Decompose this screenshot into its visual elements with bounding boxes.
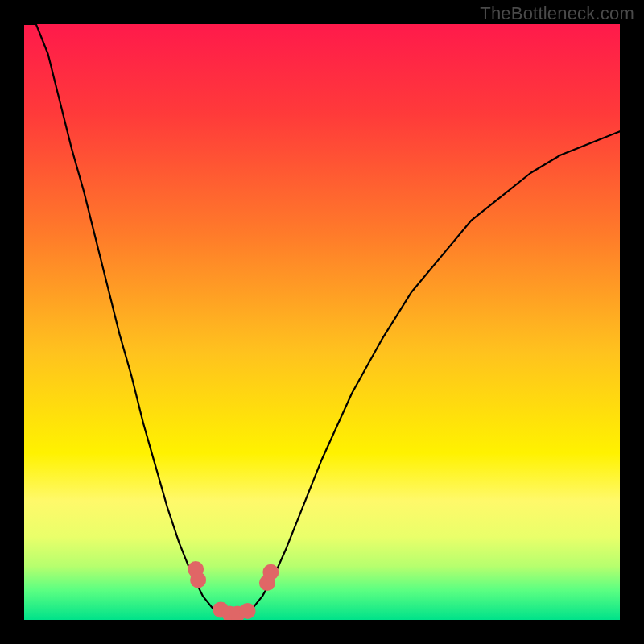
plot-area	[24, 24, 620, 620]
marker-dot	[262, 564, 279, 580]
marker-dot	[190, 572, 206, 588]
marker-dot	[240, 603, 256, 619]
marker-layer	[24, 24, 620, 620]
watermark-text: TheBottleneck.com	[480, 3, 634, 24]
chart-frame: TheBottleneck.com	[0, 0, 644, 644]
